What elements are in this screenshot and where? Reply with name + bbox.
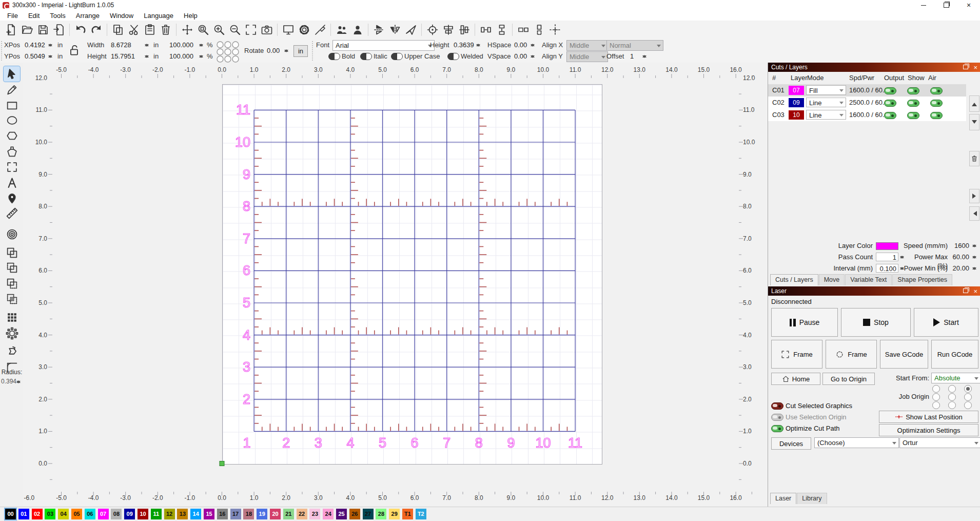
corner-frame-tool[interactable] [4, 159, 20, 175]
palette-swatch-18[interactable]: 18 [243, 509, 254, 519]
show-last-position-button[interactable]: Show Last Position [879, 411, 978, 423]
undock-icon[interactable] [963, 65, 968, 69]
layer-color-chip[interactable]: 09 [789, 98, 804, 107]
save-button[interactable] [35, 22, 51, 37]
interval-field[interactable]: 0.100 [876, 264, 898, 273]
palette-swatch-11[interactable]: 11 [151, 509, 162, 519]
cut-selected-toggle[interactable] [771, 402, 783, 410]
width-percent-spinner[interactable] [198, 41, 205, 49]
tab-cutslayers[interactable]: Cuts / Layers [770, 274, 818, 285]
job-origin-radio-0-2[interactable] [964, 385, 972, 393]
font-height-spinner[interactable] [475, 41, 482, 49]
array-grid-tool[interactable] [4, 310, 20, 325]
hspace-value[interactable]: 0.00 [514, 41, 527, 50]
start-button[interactable]: Start [914, 308, 978, 337]
rect-tool[interactable] [4, 98, 20, 113]
home-button[interactable]: Home [771, 373, 820, 385]
cuts-layers-header[interactable]: Cuts / Layers × [768, 63, 980, 72]
palette-swatch-20[interactable]: 20 [270, 509, 281, 519]
menu-window[interactable]: Window [105, 11, 139, 21]
layer-row-C01[interactable]: C0107Fill1600.0 / 60.0 [768, 84, 966, 97]
stop-button[interactable]: Stop [841, 308, 911, 337]
palette-swatch-25[interactable]: 25 [336, 509, 347, 519]
palette-swatch-17[interactable]: 17 [230, 509, 241, 519]
vspace-spinner[interactable] [530, 52, 536, 61]
start-from-select[interactable]: Absolute Coords [931, 373, 980, 383]
go-to-origin-button[interactable]: Go to Origin [822, 373, 875, 385]
layer-up-button[interactable] [969, 95, 979, 112]
layer-color-chip[interactable]: 07 [789, 86, 804, 95]
palette-swatch-02[interactable]: 02 [32, 509, 43, 519]
palette-swatch-26[interactable]: 26 [349, 509, 360, 519]
welded-toggle[interactable] [447, 53, 459, 60]
palette-swatch-03[interactable]: 03 [45, 509, 55, 519]
import-button[interactable] [51, 22, 67, 37]
power-max-spinner[interactable] [971, 253, 978, 261]
copy-button[interactable] [110, 22, 126, 37]
panel-expand-right-button[interactable] [969, 189, 979, 203]
menu-file[interactable]: File [2, 11, 23, 21]
position-button[interactable] [547, 22, 563, 37]
aspect-grid-icon[interactable] [215, 41, 240, 63]
italic-toggle[interactable] [360, 53, 372, 60]
zoom-in-button[interactable] [211, 22, 227, 37]
height-spinner[interactable] [144, 52, 150, 61]
optimize-cut-path-toggle[interactable] [771, 425, 783, 432]
offset-tool[interactable] [4, 226, 20, 242]
bool-subtract-tool[interactable] [4, 260, 20, 275]
tab-move[interactable]: Move [819, 274, 845, 285]
rotate-spinner[interactable] [283, 46, 290, 55]
job-origin-radio-0-0[interactable] [932, 385, 940, 393]
layer-delete-button[interactable] [969, 151, 979, 166]
tools-button[interactable] [312, 22, 328, 37]
palette-swatch-10[interactable]: 10 [138, 509, 148, 519]
layer-show-toggle[interactable] [907, 87, 919, 94]
align-x-select[interactable]: Middle [566, 40, 608, 51]
menu-tools[interactable]: Tools [45, 11, 70, 21]
port-select[interactable]: (Choose) [814, 437, 899, 448]
palette-swatch-15[interactable]: 15 [204, 509, 214, 519]
align-h-button[interactable] [440, 22, 456, 37]
flip-h-button[interactable] [387, 22, 403, 37]
palette-swatch-22[interactable]: 22 [297, 509, 307, 519]
settings-button[interactable] [296, 22, 312, 37]
frame-rect-button[interactable]: Frame [771, 340, 822, 369]
hspace-spinner[interactable] [530, 41, 536, 49]
flip-v-button[interactable] [371, 22, 387, 37]
redo-button[interactable] [88, 22, 104, 37]
ellipse-tool[interactable] [4, 112, 20, 128]
palette-swatch-14[interactable]: 14 [190, 509, 201, 519]
lock-open-icon[interactable] [68, 44, 81, 57]
devices-button[interactable]: Devices [771, 437, 811, 450]
layer-color-chip[interactable]: 10 [789, 110, 804, 120]
palette-swatch-21[interactable]: 21 [283, 509, 294, 519]
cut-button[interactable] [126, 22, 142, 37]
power-max-value[interactable]: 60.00 [949, 253, 969, 261]
pan-button[interactable] [179, 22, 195, 37]
laser-header[interactable]: Laser × [768, 286, 980, 296]
palette-swatch-00[interactable]: 00 [5, 509, 16, 519]
pause-button[interactable]: Pause [771, 308, 838, 337]
bool-intersect-tool[interactable] [4, 276, 20, 291]
layer-mode-select[interactable]: Line [806, 110, 846, 120]
layer-output-toggle[interactable] [884, 100, 896, 107]
xpos-spinner[interactable] [47, 41, 54, 49]
palette-swatch-28[interactable]: 28 [376, 509, 386, 519]
job-origin-radio-1-0[interactable] [932, 393, 940, 401]
palette-swatch-16[interactable]: 16 [217, 509, 228, 519]
xpos-value[interactable]: 0.4192 [25, 41, 45, 50]
width-spinner[interactable] [144, 41, 150, 49]
palette-swatch-T1[interactable]: T1 [402, 509, 413, 519]
width-value[interactable]: 8.6728 [111, 41, 131, 50]
polygon-tool[interactable] [4, 128, 20, 143]
palette-swatch-05[interactable]: 05 [71, 509, 82, 519]
measure-tool[interactable] [4, 205, 20, 221]
align-y-select[interactable]: Middle [566, 51, 608, 62]
dock-h-button[interactable] [515, 22, 531, 37]
optimization-settings-button[interactable]: Optimization Settings [879, 424, 978, 436]
width-percent[interactable]: 100.000 [169, 41, 193, 50]
frame-select-button[interactable] [243, 22, 259, 37]
speed-value[interactable]: 1600 [949, 241, 969, 250]
palette-swatch-09[interactable]: 09 [124, 509, 135, 519]
corner-radius-tool[interactable] [4, 360, 20, 375]
